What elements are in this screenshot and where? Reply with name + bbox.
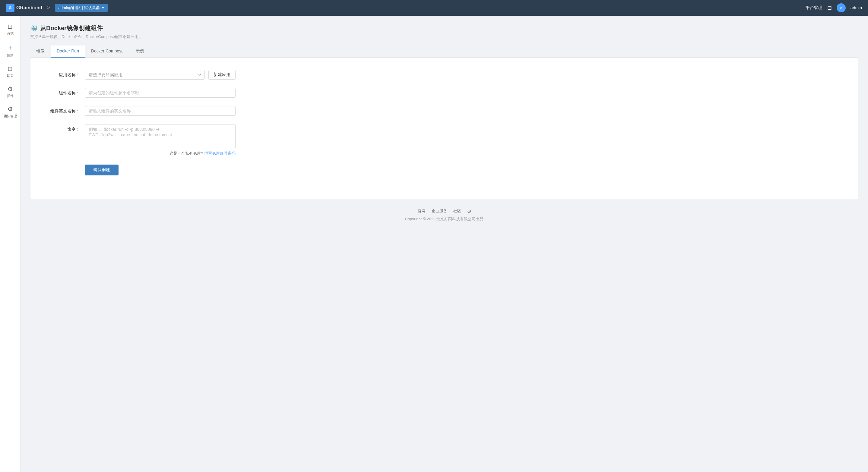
github-icon[interactable]: ⊙ bbox=[467, 208, 471, 214]
sidebar-item-new[interactable]: ＋ 新建 bbox=[1, 41, 19, 60]
tab-image-label: 镜像 bbox=[36, 48, 44, 53]
component-name-control-wrap bbox=[85, 88, 236, 98]
tab-docker-run-label: Docker Run bbox=[57, 48, 79, 53]
command-textarea[interactable] bbox=[85, 124, 236, 148]
new-icon: ＋ bbox=[7, 43, 13, 52]
plugins-icon: ⚙ bbox=[7, 85, 13, 93]
gateway-icon: ⊞ bbox=[7, 65, 13, 72]
form-row-submit: 确认创建 bbox=[49, 165, 840, 175]
private-repo-text: 这是一个私有仓库? bbox=[169, 151, 203, 156]
form-row-component-name: 组件名称： bbox=[49, 88, 840, 98]
logo-text: GRainbond bbox=[16, 5, 42, 10]
sidebar-item-label-new: 新建 bbox=[7, 53, 13, 58]
footer-link-community[interactable]: 社区 bbox=[453, 208, 461, 214]
form-card: 应用名称： 请选择要所属应用 新建应用 组件名称： 组件英文名称： bbox=[30, 58, 858, 199]
avatar: A bbox=[837, 3, 846, 12]
sidebar-item-team-mgmt[interactable]: ⚙ 团队管理 bbox=[1, 103, 19, 121]
breadcrumb-sep: > bbox=[47, 5, 50, 10]
component-en-control-wrap bbox=[85, 106, 236, 116]
sidebar-item-label-plugins: 插件 bbox=[7, 94, 13, 98]
command-control-wrap: 这是一个私有仓库? 填写仓库账号密码 bbox=[85, 124, 236, 156]
page-header: 🐳 从Docker镜像创建组件 支持从单一镜像、Docker命令、DockerC… bbox=[30, 24, 858, 39]
footer-link-official[interactable]: 官网 bbox=[418, 208, 426, 214]
app-name-select-wrapper: 请选择要所属应用 新建应用 bbox=[85, 70, 236, 79]
tab-docker-run[interactable]: Docker Run bbox=[51, 45, 85, 58]
footer-copyright: Copyright © 2023 北京好雨科技有限公司出品 bbox=[30, 216, 858, 222]
new-app-button[interactable]: 新建应用 bbox=[208, 70, 236, 79]
page-title-text: 从Docker镜像创建组件 bbox=[40, 24, 103, 32]
tab-bar: 镜像 Docker Run Docker Compose 示例 bbox=[30, 45, 858, 58]
page-title: 🐳 从Docker镜像创建组件 bbox=[30, 24, 858, 32]
logo[interactable]: G GRainbond bbox=[6, 4, 42, 12]
sidebar-item-label-gateway: 网关 bbox=[7, 73, 13, 78]
sidebar-item-gateway[interactable]: ⊞ 网关 bbox=[1, 63, 19, 80]
topnav-right: 平台管理 ⊟ A admin bbox=[806, 3, 862, 12]
overview-icon: ⊡ bbox=[7, 23, 13, 30]
team-mgmt-icon: ⚙ bbox=[7, 105, 13, 113]
component-en-input[interactable] bbox=[85, 106, 236, 116]
tab-docker-compose-label: Docker Compose bbox=[91, 48, 124, 53]
tab-example-label: 示例 bbox=[136, 48, 144, 53]
tab-image[interactable]: 镜像 bbox=[30, 45, 51, 58]
platform-mgmt-link[interactable]: 平台管理 bbox=[806, 5, 823, 10]
footer: 官网 企业服务 社区 ⊙ Copyright © 2023 北京好雨科技有限公司… bbox=[30, 199, 858, 228]
sidebar-item-label-team-mgmt: 团队管理 bbox=[4, 114, 17, 119]
command-label: 命令： bbox=[49, 124, 85, 134]
dropdown-arrow-icon: ▼ bbox=[102, 6, 105, 10]
topnav-left: G GRainbond > admin的团队 | 默认集群 ▼ bbox=[6, 4, 108, 12]
sidebar-item-label-overview: 总览 bbox=[7, 31, 13, 36]
page-subtitle: 支持从单一镜像、Docker命令、DockerCompose配置创建应用。 bbox=[30, 34, 858, 39]
app-name-label: 应用名称： bbox=[49, 70, 85, 79]
app-name-control-wrap: 请选择要所属应用 新建应用 bbox=[85, 70, 236, 79]
form-row-command: 命令： 这是一个私有仓库? 填写仓库账号密码 bbox=[49, 124, 840, 156]
team-cluster-label: admin的团队 | 默认集群 bbox=[59, 5, 100, 10]
sidebar-item-overview[interactable]: ⊡ 总览 bbox=[1, 21, 19, 38]
tab-docker-compose[interactable]: Docker Compose bbox=[85, 45, 130, 58]
form-row-app-name: 应用名称： 请选择要所属应用 新建应用 bbox=[49, 70, 840, 79]
user-name[interactable]: admin bbox=[850, 5, 862, 10]
component-name-label: 组件名称： bbox=[49, 88, 85, 98]
page-title-icon: 🐳 bbox=[30, 25, 38, 32]
form-row-component-en-name: 组件英文名称： bbox=[49, 106, 840, 116]
private-repo-hint: 这是一个私有仓库? 填写仓库账号密码 bbox=[85, 151, 236, 156]
main-content: 🐳 从Docker镜像创建组件 支持从单一镜像、Docker命令、DockerC… bbox=[21, 16, 868, 472]
component-name-input[interactable] bbox=[85, 88, 236, 98]
tab-example[interactable]: 示例 bbox=[130, 45, 150, 58]
submit-button[interactable]: 确认创建 bbox=[85, 165, 119, 175]
topnav: G GRainbond > admin的团队 | 默认集群 ▼ 平台管理 ⊟ A… bbox=[0, 0, 868, 16]
app-name-select[interactable]: 请选择要所属应用 bbox=[85, 70, 205, 79]
footer-links: 官网 企业服务 社区 ⊙ bbox=[30, 208, 858, 214]
sidebar-item-plugins[interactable]: ⚙ 插件 bbox=[1, 83, 19, 101]
component-en-label: 组件英文名称： bbox=[49, 106, 85, 116]
private-repo-link[interactable]: 填写仓库账号密码 bbox=[204, 151, 236, 156]
footer-link-enterprise[interactable]: 企业服务 bbox=[432, 208, 447, 214]
sidebar: ⊡ 总览 ＋ 新建 ⊞ 网关 ⚙ 插件 ⚙ 团队管理 bbox=[0, 16, 21, 472]
logo-icon: G bbox=[6, 4, 14, 12]
help-icon[interactable]: ⊟ bbox=[827, 4, 832, 11]
workspace-badge[interactable]: admin的团队 | 默认集群 ▼ bbox=[55, 4, 108, 12]
